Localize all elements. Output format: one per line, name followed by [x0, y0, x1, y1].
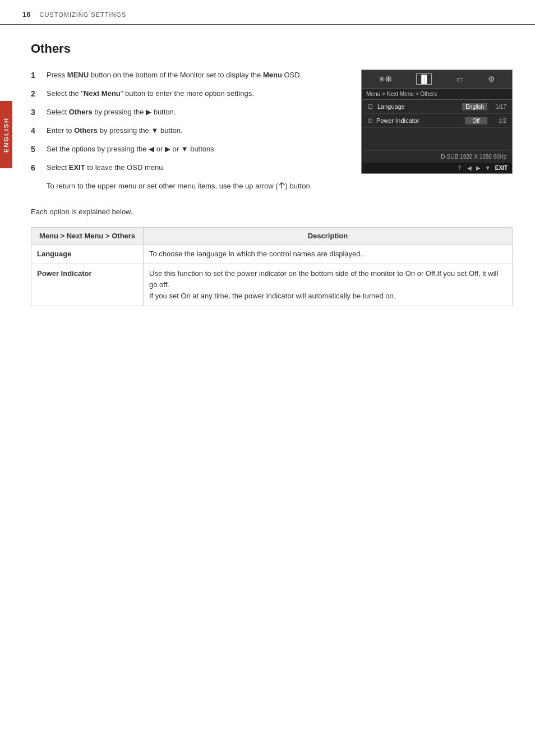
- step-5: 5 Set the options by pressing the ◀ or ▶…: [31, 144, 344, 155]
- osd-power-label: Power Indicator: [376, 117, 465, 124]
- table-row: Power Indicator Use this function to set…: [31, 264, 513, 306]
- osd-panel: ✳❇ ▐▌ ▭ ⚙ Menu > Next Menu > Others 🗋 La…: [361, 70, 513, 174]
- osd-spacer: [362, 128, 512, 150]
- step-5-number: 5: [31, 144, 41, 155]
- instructions: 1 Press MENU button on the bottom of the…: [31, 70, 344, 192]
- each-option-text: Each option is explained below.: [31, 208, 513, 216]
- table-cell-power-name: Power Indicator: [31, 264, 144, 306]
- step-3-number: 3: [31, 107, 41, 118]
- table-cell-language-name: Language: [31, 244, 144, 264]
- table-header-row: Menu > Next Menu > Others Description: [31, 227, 513, 244]
- table-row: Language To choose the language in which…: [31, 244, 513, 264]
- step-6: 6 Select EXIT to leave the OSD menu.: [31, 162, 344, 174]
- osd-exit-label[interactable]: EXIT: [495, 165, 508, 171]
- osd-resolution: D-SUB 1920 X 1080 60Hz: [362, 150, 512, 163]
- osd-icons-row: ✳❇ ▐▌ ▭ ⚙: [362, 70, 512, 89]
- main-content: Others 1 Press MENU button on the bottom…: [0, 25, 535, 323]
- table-cell-power-desc: Use this function to set the power indic…: [144, 264, 513, 306]
- step-5-text: Set the options by pressing the ◀ or ▶ o…: [47, 144, 216, 155]
- step-4-number: 4: [31, 125, 41, 137]
- step-1-number: 1: [31, 70, 41, 81]
- osd-back-icon: 🡡: [457, 165, 463, 171]
- side-tab: ENGLISH: [0, 101, 12, 168]
- osd-icon-brightness: ✳❇: [379, 75, 392, 84]
- table-col1-header: Menu > Next Menu > Others: [31, 227, 144, 244]
- osd-icon-settings: ⚙: [488, 75, 495, 84]
- osd-menu-row-power: ⊙ Power Indicator Off 1/2: [362, 114, 512, 128]
- step-2-number: 2: [31, 88, 41, 100]
- step-3: 3 Select Others by pressing the ▶ button…: [31, 107, 344, 118]
- osd-power-value: Off: [465, 117, 487, 125]
- table-col2-header: Description: [144, 227, 513, 244]
- osd-power-count: 1/2: [491, 118, 506, 124]
- step-2-text: Select the "Next Menu" button to enter t…: [47, 88, 254, 100]
- step-4-text: Enter to Others by pressing the ▼ button…: [47, 125, 183, 137]
- osd-breadcrumb: Menu > Next Menu > Others: [362, 89, 512, 100]
- section-title: Others: [31, 42, 513, 56]
- step-6-sub: To return to the upper menu or set other…: [47, 181, 344, 192]
- step-6-text: Select EXIT to leave the OSD menu.: [47, 162, 165, 174]
- page-header-title: CUSTOMIZING SETTINGS: [39, 11, 126, 18]
- osd-language-count: 1/17: [491, 104, 506, 110]
- osd-language-value: English: [462, 103, 487, 110]
- instructions-and-osd: 1 Press MENU button on the bottom of the…: [31, 70, 513, 192]
- osd-power-icon: ⊙: [367, 117, 373, 125]
- osd-down-icon: ▼: [485, 165, 491, 171]
- osd-icon-square: ▭: [456, 75, 464, 84]
- table-cell-language-desc: To choose the language in which the cont…: [144, 244, 513, 264]
- osd-bottom-bar: 🡡 ◀ ▶ ▼ EXIT: [362, 163, 512, 173]
- osd-right-icon: ▶: [476, 165, 481, 171]
- osd-language-label: Language: [377, 103, 462, 110]
- page-header: 16 CUSTOMIZING SETTINGS: [0, 0, 535, 25]
- step-6-number: 6: [31, 162, 41, 174]
- osd-menu-row-language: 🗋 Language English 1/17: [362, 100, 512, 114]
- osd-language-icon: 🗋: [367, 103, 374, 110]
- step-3-text: Select Others by pressing the ▶ button.: [47, 107, 176, 118]
- osd-left-icon: ◀: [467, 165, 472, 171]
- step-2: 2 Select the "Next Menu" button to enter…: [31, 88, 344, 100]
- step-1-text: Press MENU button on the bottom of the M…: [47, 70, 302, 81]
- side-tab-label: ENGLISH: [3, 117, 10, 153]
- page-number: 16: [22, 10, 30, 19]
- settings-table: Menu > Next Menu > Others Description La…: [31, 227, 513, 307]
- osd-icon-menu: ▐▌: [416, 73, 432, 85]
- step-4: 4 Enter to Others by pressing the ▼ butt…: [31, 125, 344, 137]
- step-1: 1 Press MENU button on the bottom of the…: [31, 70, 344, 81]
